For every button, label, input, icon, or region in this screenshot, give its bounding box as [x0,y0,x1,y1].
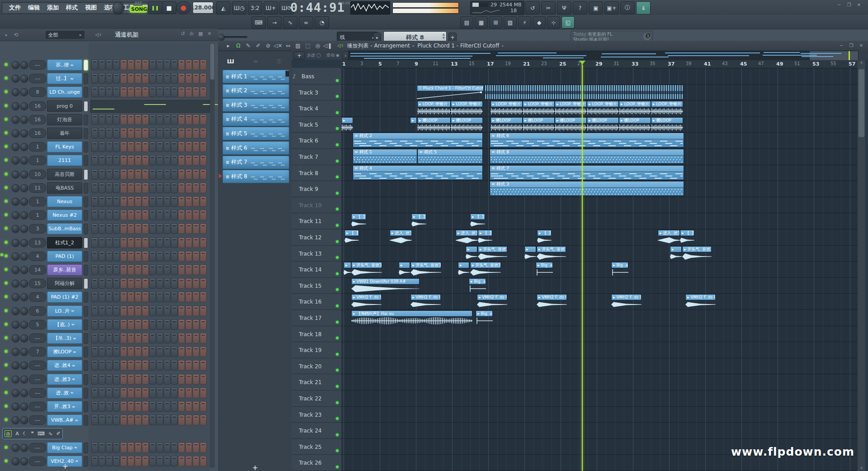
audio-clip[interactable]: ▸ LOOP..带镲片 [587,101,619,107]
pattern-item-6[interactable]: ≡样式 6 [222,141,289,155]
step-cell[interactable] [200,278,207,289]
channel-button-进..效3[interactable]: 进..效3≈ [47,374,82,385]
step-cell[interactable] [164,224,170,234]
pan-knob[interactable] [12,321,19,328]
step-cell[interactable] [99,265,105,275]
step-cell[interactable] [171,142,178,152]
step-cell[interactable] [106,442,113,453]
channel-led[interactable] [5,446,8,449]
step-cell[interactable] [149,114,156,125]
step-cell[interactable] [113,442,120,453]
stop-button[interactable]: ■ [162,1,176,14]
step-cell[interactable] [113,73,120,84]
audio-clip[interactable]: ▸ 【..】 [344,230,359,236]
step-cell[interactable] [113,183,120,193]
track-enable-led[interactable] [336,192,339,195]
step-cell[interactable] [164,333,170,343]
channel-selector[interactable] [84,265,88,276]
step-cell[interactable] [120,128,127,138]
pattern-item-4[interactable]: ≡样式 4 [222,113,289,126]
step-cell[interactable] [156,401,163,412]
step-cell[interactable] [149,251,156,262]
step-cell[interactable] [149,238,156,248]
channel-selector[interactable] [84,415,88,426]
pattern-clip[interactable]: ≡ 样式 7 [490,165,684,180]
pan-knob[interactable] [12,75,19,82]
step-cell[interactable] [156,319,163,330]
time-display[interactable]: 0:44:91 M:S:CS [290,0,349,14]
step-cell[interactable] [149,169,156,180]
step-cell[interactable] [99,415,105,425]
step-cell[interactable] [156,114,163,125]
track-options-dots[interactable]: ⋯ [299,246,303,250]
pan-knob[interactable] [12,157,19,164]
step-cell[interactable] [149,155,156,166]
step-cell[interactable] [200,224,207,234]
audio-clip[interactable]: ▸ 【..】 [680,230,694,236]
audio-clip[interactable]: ▸ LOOP..带镲片 [491,101,523,107]
tools-icon[interactable]: ✐ [57,431,61,437]
audio-clip[interactable]: ▸ LOOP..带镲片 [523,101,555,107]
link-icon[interactable]: ∞ [299,16,313,29]
track-options-dots[interactable]: ⋯ [299,374,303,378]
menu-item-编辑[interactable]: 编辑 [25,3,43,13]
step-cell[interactable] [91,306,98,316]
step-cell[interactable] [127,224,134,234]
pan-knob[interactable] [12,143,19,151]
volume-knob[interactable] [20,403,28,410]
volume-knob[interactable] [20,307,28,315]
track-enable-led[interactable] [336,353,339,356]
step-cell[interactable] [164,401,170,412]
mixer-target-box[interactable]: 13 [29,238,46,247]
step-cell[interactable] [91,169,98,180]
volume-knob[interactable] [20,239,28,247]
channel-button-【底..)[interactable]: 【底..)≈ [47,319,82,330]
step-cell[interactable] [149,87,156,97]
step-cell[interactable] [171,114,178,125]
step-cell[interactable] [142,442,149,453]
step-cell[interactable] [156,142,163,152]
step-cell[interactable] [120,142,127,152]
audio-clip[interactable]: ▸ 进入..效3 [390,230,412,236]
step-cell[interactable] [106,333,113,343]
mixer-target-box[interactable]: --- [29,60,46,70]
step-cell[interactable] [164,169,170,180]
step-cell[interactable] [156,87,163,97]
volume-knob[interactable] [20,157,28,164]
track-options-dots[interactable]: ⋯ [299,278,303,282]
step-cell[interactable] [113,292,120,302]
step-cell[interactable] [185,278,192,289]
track-enable-led[interactable] [336,160,339,162]
step-cell[interactable] [106,73,113,84]
step-cell[interactable] [135,142,142,152]
step-cell[interactable] [142,87,149,97]
track-options-dots[interactable]: ⋯ [299,165,303,169]
step-cell[interactable] [120,196,127,207]
graph-editor-icon[interactable]: ılı [189,31,193,37]
volume-knob[interactable] [20,348,28,356]
step-cell[interactable] [164,142,170,152]
zoom-tool-icon[interactable]: ◎ [5,430,12,437]
step-cell[interactable] [113,238,120,248]
pan-knob[interactable] [12,252,19,260]
step-cell[interactable] [171,415,178,425]
channel-button-Nexus[interactable]: Nexus [47,196,82,207]
step-cell[interactable] [149,442,156,453]
step-cell[interactable] [200,251,207,262]
playlist-vscrollbar[interactable]: ∧ ∨ [858,60,865,471]
step-cell[interactable] [178,251,185,262]
channel-selector[interactable] [84,87,88,98]
step-cell[interactable] [156,128,163,138]
audio-clip[interactable]: ▸ 开头气..音效3 [682,246,712,252]
pan-knob[interactable] [12,362,19,369]
step-cell[interactable] [193,128,199,138]
step-cell[interactable] [164,210,170,220]
step-cell[interactable] [91,347,98,357]
step-cell[interactable] [200,388,207,398]
step-cell[interactable] [127,183,134,193]
mic-record-icon[interactable]: Ψ [557,1,571,14]
audio-clip[interactable]: ▸ 进入..效3 [658,230,680,236]
maximize-icon[interactable]: ❐ [844,1,854,8]
step-cell[interactable] [156,238,163,248]
volume-knob[interactable] [20,184,28,192]
